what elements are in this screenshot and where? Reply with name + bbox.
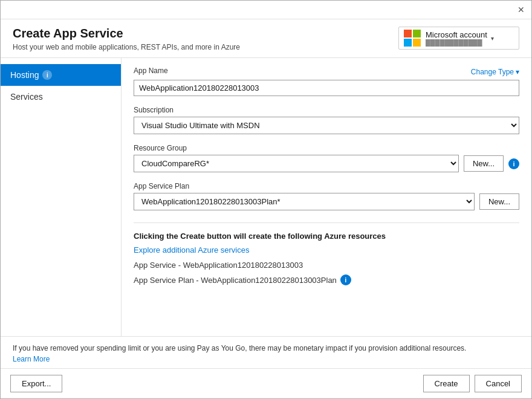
bottom-bar: Export... Create Cancel	[1, 368, 531, 398]
resources-section: Clicking the Create button will create t…	[134, 222, 519, 285]
app-name-input[interactable]	[134, 80, 519, 96]
subscription-select[interactable]: Visual Studio Ultimate with MSDN	[134, 117, 519, 134]
create-button[interactable]: Create	[423, 375, 470, 392]
sidebar-item-services[interactable]: Services	[1, 86, 121, 108]
close-button[interactable]: ✕	[516, 4, 527, 15]
sidebar-item-hosting[interactable]: Hosting i	[1, 64, 121, 86]
dialog-header: Create App Service Host your web and mob…	[1, 19, 531, 58]
resource-group-row: Resource Group CloudCompareRG* New... i	[134, 144, 519, 172]
app-service-plan-select[interactable]: WebApplication120180228013003Plan*	[134, 193, 475, 210]
cancel-button[interactable]: Cancel	[475, 375, 522, 392]
main-area: Hosting i Services App Name Change Type …	[1, 58, 531, 336]
dialog-subtitle: Host your web and mobile applications, R…	[13, 43, 240, 51]
resource-item-1: App Service Plan - WebApplication1201802…	[134, 274, 519, 285]
resources-title: Clicking the Create button will create t…	[134, 232, 519, 241]
subscription-label: Subscription	[134, 106, 519, 114]
services-label: Services	[10, 92, 43, 102]
resource-group-new-button[interactable]: New...	[464, 155, 504, 172]
footer-notice: If you have removed your spending limit …	[1, 336, 531, 371]
resource-item-0: App Service - WebApplication120180228013…	[134, 261, 519, 270]
app-name-row: App Name Change Type ▾	[134, 66, 519, 96]
app-service-plan-new-button[interactable]: New...	[479, 193, 519, 210]
hosting-info-icon[interactable]: i	[42, 70, 52, 80]
microsoft-account-button[interactable]: Microsoft account ████████████ ▾	[398, 27, 519, 50]
subscription-row: Subscription Visual Studio Ultimate with…	[134, 106, 519, 134]
hosting-label: Hosting	[10, 70, 39, 80]
svg-rect-0	[404, 30, 412, 37]
resource-group-select[interactable]: CloudCompareRG*	[134, 155, 459, 172]
resource-group-label: Resource Group	[134, 144, 519, 152]
change-type-link[interactable]: Change Type ▾	[471, 68, 519, 76]
account-chevron-icon: ▾	[491, 35, 494, 42]
dialog-title: Create App Service	[13, 27, 240, 41]
svg-rect-3	[413, 39, 421, 47]
content-area: App Name Change Type ▾ Subscription Visu…	[122, 58, 531, 336]
header-left: Create App Service Host your web and mob…	[13, 27, 240, 51]
notice-text: If you have removed your spending limit …	[13, 344, 466, 352]
learn-more-link[interactable]: Learn More	[13, 355, 50, 363]
svg-rect-1	[413, 30, 421, 37]
resource-item-info-icon[interactable]: i	[340, 274, 351, 285]
app-name-label: App Name	[134, 66, 168, 75]
sidebar: Hosting i Services	[1, 58, 122, 336]
explore-services-link[interactable]: Explore additional Azure services	[134, 245, 519, 255]
export-button[interactable]: Export...	[10, 375, 62, 392]
app-service-plan-row: App Service Plan WebApplication120180228…	[134, 182, 519, 210]
account-label: Microsoft account	[426, 30, 487, 39]
microsoft-logo-icon	[404, 30, 421, 47]
svg-rect-2	[404, 39, 412, 47]
title-bar: ✕	[1, 1, 531, 19]
app-service-plan-label: App Service Plan	[134, 182, 519, 190]
resource-group-info-icon[interactable]: i	[508, 158, 519, 169]
account-sublabel: ████████████	[426, 39, 487, 47]
